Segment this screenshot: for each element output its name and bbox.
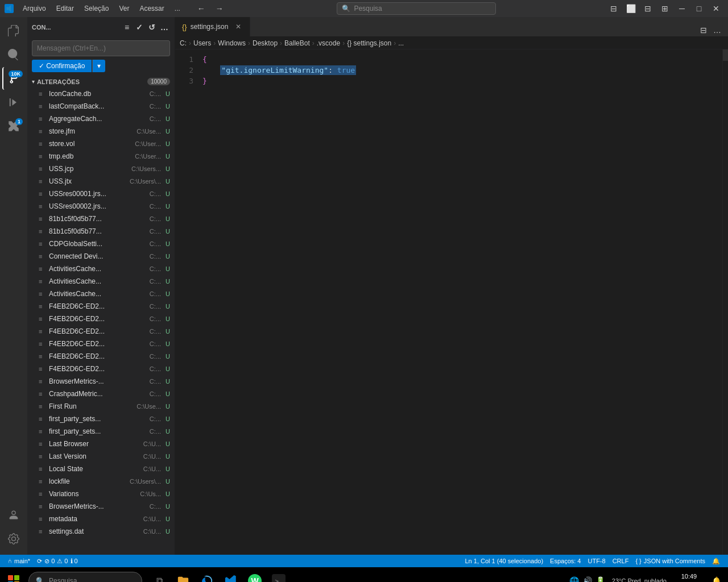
- vscode-taskbar-btn[interactable]: [220, 569, 242, 582]
- breadcrumb-drive[interactable]: C:: [180, 39, 187, 47]
- edge-btn[interactable]: [196, 569, 218, 582]
- file-item[interactable]: ≡ Last Browser C:\U... U: [27, 438, 175, 450]
- activity-run[interactable]: [2, 91, 25, 114]
- grid-btn[interactable]: ⊞: [657, 1, 672, 16]
- menu-more[interactable]: ...: [170, 3, 185, 14]
- scm-refresh-btn[interactable]: ↺: [146, 22, 158, 33]
- file-item[interactable]: ≡ F4EB2D6C-ED2... C:... U: [27, 313, 175, 325]
- changes-header[interactable]: ▾ Alterações 10000: [27, 76, 175, 88]
- status-position[interactable]: Ln 1, Col 1 (40 selecionado): [461, 558, 547, 564]
- activity-search[interactable]: [2, 43, 25, 66]
- whatsapp-btn[interactable]: W: [243, 569, 266, 582]
- search-bar[interactable]: 🔍 Pesquisa: [337, 2, 496, 15]
- file-item[interactable]: ≡ F4EB2D6C-ED2... C:... U: [27, 338, 175, 350]
- file-item[interactable]: ≡ 81b1c5f0d5b77... C:... U: [27, 225, 175, 238]
- breadcrumb-more[interactable]: ...: [398, 39, 404, 47]
- confirm-arrow-button[interactable]: ▾: [92, 60, 105, 72]
- menu-editar[interactable]: Editar: [52, 3, 78, 14]
- file-item[interactable]: ≡ first_party_sets... C:... U: [27, 425, 175, 438]
- more-actions-btn[interactable]: …: [711, 24, 723, 36]
- status-branch[interactable]: ⑃ main*: [5, 555, 34, 567]
- activity-settings[interactable]: [2, 527, 25, 550]
- menu-ver[interactable]: Ver: [114, 3, 134, 14]
- file-item[interactable]: ≡ BrowserMetrics-... C:... U: [27, 375, 175, 388]
- file-item[interactable]: ≡ IconCache.db C:... U: [27, 88, 175, 100]
- start-button[interactable]: [2, 569, 25, 582]
- commit-message-input[interactable]: [32, 40, 170, 56]
- confirm-button[interactable]: ✓ Confirmação: [32, 60, 92, 72]
- breadcrumb-users[interactable]: Users: [193, 39, 211, 47]
- file-item[interactable]: ≡ metadata C:\U... U: [27, 513, 175, 525]
- nav-forward-btn[interactable]: →: [212, 1, 227, 16]
- file-item[interactable]: ≡ Last Version C:\U... U: [27, 450, 175, 463]
- breadcrumb-settings[interactable]: {} settings.json: [347, 39, 391, 47]
- file-item[interactable]: ≡ USSres00002.jrs... C:... U: [27, 200, 175, 213]
- taskbar-search[interactable]: 🔍 Pesquisa: [28, 572, 142, 582]
- file-item[interactable]: ≡ Local State C:\U... U: [27, 463, 175, 475]
- file-item[interactable]: ≡ first_party_sets... C:... U: [27, 413, 175, 425]
- split-editor-btn[interactable]: ⊟: [697, 24, 710, 36]
- file-item[interactable]: ≡ USSres00001.jrs... C:... U: [27, 188, 175, 200]
- file-item[interactable]: ≡ lockfile C:\Users\... U: [27, 475, 175, 488]
- file-item[interactable]: ≡ CDPGlobalSetti... C:... U: [27, 238, 175, 250]
- breadcrumb-vscode[interactable]: .vscode: [317, 39, 340, 47]
- layout-btn[interactable]: ⊟: [606, 1, 621, 16]
- menu-selecao[interactable]: Seleção: [80, 3, 113, 14]
- file-item[interactable]: ≡ F4EB2D6C-ED2... C:... U: [27, 300, 175, 313]
- file-item[interactable]: ≡ Connected Devi... C:... U: [27, 250, 175, 263]
- file-item[interactable]: ≡ AggregateCach... C:... U: [27, 113, 175, 125]
- file-item[interactable]: ≡ ActivitiesCache... C:... U: [27, 288, 175, 300]
- scm-more-btn[interactable]: …: [159, 22, 170, 33]
- close-btn[interactable]: ✕: [709, 1, 723, 16]
- file-item[interactable]: ≡ Variations C:\Us... U: [27, 488, 175, 500]
- maximize-btn[interactable]: □: [692, 1, 706, 16]
- breadcrumb-ballebot[interactable]: BalleBot: [284, 39, 310, 47]
- nav-back-btn[interactable]: ←: [194, 1, 209, 16]
- file-item[interactable]: ≡ lastCompatBack... C:... U: [27, 100, 175, 113]
- task-view-btn[interactable]: ⧉: [148, 569, 171, 582]
- file-item[interactable]: ≡ settings.dat C:\U... U: [27, 525, 175, 538]
- file-item[interactable]: ≡ store.jfm C:\Use... U: [27, 125, 175, 138]
- panel-btn[interactable]: ⬜: [623, 1, 638, 16]
- split-btn[interactable]: ⊟: [640, 1, 655, 16]
- status-notifications[interactable]: 🔔: [709, 558, 723, 565]
- scm-menu-btn[interactable]: ≡: [121, 22, 133, 33]
- minimize-btn[interactable]: ─: [675, 1, 689, 16]
- minimap-slider[interactable]: [723, 49, 728, 61]
- file-explorer-btn[interactable]: [172, 569, 195, 582]
- menu-acessar[interactable]: Acessar: [135, 3, 168, 14]
- activity-account[interactable]: [2, 504, 25, 526]
- tab-close-btn[interactable]: ✕: [234, 22, 243, 31]
- menu-arquivo[interactable]: Arquivo: [18, 3, 51, 14]
- file-item[interactable]: ≡ ActivitiesCache... C:... U: [27, 275, 175, 288]
- settings-json-tab[interactable]: {} settings.json ✕: [175, 17, 250, 36]
- file-item[interactable]: ≡ store.vol C:\User... U: [27, 138, 175, 150]
- status-sync[interactable]: ⟳ ⊘ 0 ⚠ 0 ℹ 0: [34, 555, 81, 567]
- code-content[interactable]: { "git.ignoreLimitWarning": true }: [198, 49, 722, 555]
- activity-explorer[interactable]: [2, 19, 25, 42]
- file-item[interactable]: ≡ F4EB2D6C-ED2... C:... U: [27, 350, 175, 363]
- taskbar-clock[interactable]: 10:49 01/02/2024: [669, 572, 709, 582]
- file-item[interactable]: ≡ CrashpadMetric... C:... U: [27, 388, 175, 400]
- file-item[interactable]: ≡ USS.jtx C:\Users\... U: [27, 175, 175, 188]
- status-language[interactable]: { } JSON with Comments: [632, 558, 709, 564]
- terminal-taskbar-btn[interactable]: >_: [267, 569, 290, 582]
- file-item[interactable]: ≡ 81b1c5f0d5b77... C:... U: [27, 213, 175, 225]
- file-item[interactable]: ≡ First Run C:\Use... U: [27, 400, 175, 413]
- notification-bell[interactable]: 🔔: [712, 576, 721, 582]
- file-item[interactable]: ≡ tmp.edb C:\User... U: [27, 150, 175, 163]
- file-status: U: [163, 153, 170, 160]
- file-item[interactable]: ≡ ActivitiesCache... C:... U: [27, 263, 175, 275]
- breadcrumb-windows[interactable]: Windows: [218, 39, 246, 47]
- activity-scm[interactable]: 10K: [2, 67, 25, 90]
- file-item[interactable]: ≡ BrowserMetrics-... C:... U: [27, 500, 175, 513]
- status-eol[interactable]: CRLF: [609, 558, 632, 564]
- scm-commit-all-btn[interactable]: ✓: [134, 22, 145, 33]
- status-encoding[interactable]: UTF-8: [584, 558, 609, 564]
- file-item[interactable]: ≡ F4EB2D6C-ED2... C:... U: [27, 363, 175, 375]
- status-spaces[interactable]: Espaços: 4: [547, 558, 584, 564]
- file-item[interactable]: ≡ USS.jcp C:\Users... U: [27, 163, 175, 175]
- breadcrumb-desktop[interactable]: Desktop: [253, 39, 278, 47]
- file-item[interactable]: ≡ F4EB2D6C-ED2... C:... U: [27, 325, 175, 338]
- activity-extensions[interactable]: 1: [2, 115, 25, 138]
